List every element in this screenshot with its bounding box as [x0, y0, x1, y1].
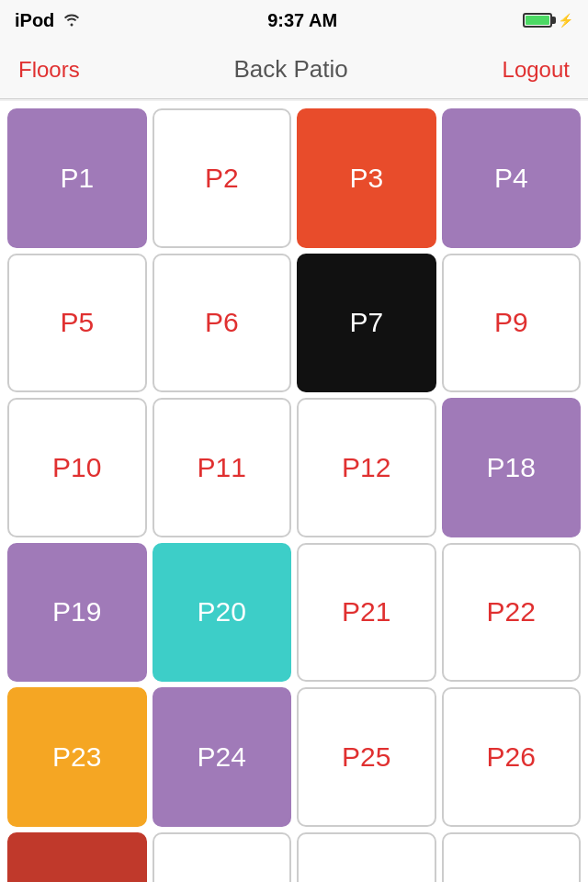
- status-left: iPod: [15, 10, 82, 31]
- logout-button[interactable]: Logout: [503, 57, 570, 83]
- table-cell[interactable]: P20: [153, 543, 292, 683]
- table-cell[interactable]: P6: [153, 254, 292, 393]
- charging-bolt: ⚡: [558, 13, 573, 28]
- table-cell[interactable]: P1: [7, 108, 147, 248]
- table-cell[interactable]: P18: [442, 398, 582, 537]
- table-cell[interactable]: P30: [442, 832, 582, 883]
- table-cell[interactable]: P12: [297, 398, 436, 537]
- table-cell[interactable]: P27: [7, 832, 147, 883]
- table-cell[interactable]: P4: [442, 108, 582, 248]
- status-bar: iPod 9:37 AM ⚡: [0, 0, 588, 40]
- table-cell[interactable]: P25: [297, 687, 436, 827]
- floors-button[interactable]: Floors: [18, 57, 80, 83]
- table-cell[interactable]: P26: [442, 687, 582, 827]
- table-cell[interactable]: P24: [153, 687, 292, 827]
- table-cell[interactable]: P11: [153, 398, 292, 537]
- table-cell[interactable]: P10: [7, 398, 147, 537]
- table-cell[interactable]: P21: [297, 543, 436, 683]
- table-cell[interactable]: P2: [153, 108, 292, 248]
- device-name: iPod: [15, 10, 54, 31]
- table-cell[interactable]: P28: [153, 832, 292, 883]
- page-title: Back Patio: [233, 55, 347, 84]
- table-cell[interactable]: P22: [442, 543, 582, 683]
- status-right: ⚡: [523, 13, 573, 28]
- status-time: 9:37 AM: [267, 10, 337, 31]
- wifi-icon: [62, 10, 82, 31]
- battery-fill: [526, 16, 549, 25]
- battery-icon: [523, 13, 552, 28]
- table-grid: P1P2P3P4P5P6P7P9P10P11P12P18P19P20P21P22…: [0, 101, 588, 882]
- table-cell[interactable]: P5: [7, 254, 147, 393]
- nav-bar: Floors Back Patio Logout: [0, 40, 588, 99]
- table-cell[interactable]: P7: [297, 254, 436, 393]
- table-cell[interactable]: P19: [7, 543, 147, 683]
- table-cell[interactable]: P3: [297, 108, 436, 248]
- table-cell[interactable]: P9: [442, 254, 582, 393]
- table-cell[interactable]: P23: [7, 687, 147, 827]
- table-cell[interactable]: P29: [297, 832, 436, 883]
